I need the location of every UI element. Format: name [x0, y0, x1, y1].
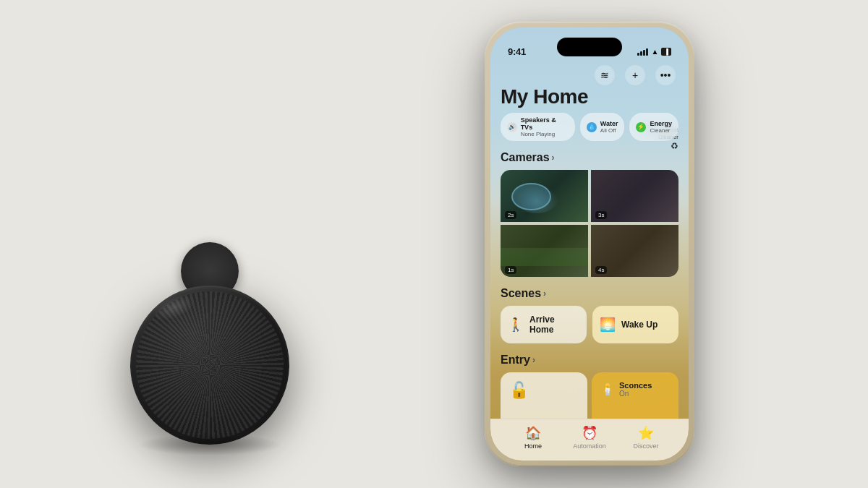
homepod-body — [130, 286, 289, 445]
top-controls: ≋ + ••• — [490, 65, 689, 85]
tab-discover[interactable]: ⭐ Discover — [618, 425, 674, 450]
scenes-section-header[interactable]: Scenes › — [501, 287, 678, 300]
water-label: Water — [600, 120, 618, 127]
scenes-label: Scenes — [501, 287, 541, 300]
water-button[interactable]: 💧 Water All Off — [580, 113, 625, 141]
speakers-sub: None Playing — [521, 131, 569, 137]
iphone: 9:41 ▲ ▐ ≋ + — [485, 22, 694, 466]
front-door-icon: 🔓 — [509, 381, 579, 400]
page-title: My Home — [501, 85, 678, 108]
automation-tab-icon: ⏰ — [582, 425, 597, 441]
home-tab-label: Home — [524, 442, 542, 450]
entry-section-header[interactable]: Entry › — [501, 354, 678, 367]
more-icon: ••• — [660, 69, 671, 81]
discover-tab-icon: ⭐ — [638, 425, 654, 441]
tab-home[interactable]: 🏠 Home — [505, 425, 561, 450]
more-button[interactable]: ••• — [655, 65, 676, 85]
iphone-screen: 9:41 ▲ ▐ ≋ + — [490, 27, 689, 461]
arrive-home-label: Arrive Home — [529, 314, 579, 335]
cameras-section-header[interactable]: Cameras › — [501, 151, 678, 164]
scenes-row: 🚶 Arrive Home 🌅 Wake Up — [501, 306, 678, 343]
sconces-icon: 🕯️ — [600, 382, 615, 396]
waveform-button[interactable]: ≋ — [595, 65, 615, 85]
camera-cell-3[interactable] — [501, 225, 588, 277]
homepod — [116, 228, 304, 445]
energy-text: Energy Cleaner — [650, 120, 672, 134]
battery-icon: ▐ — [661, 48, 671, 56]
energy-label: Energy — [650, 120, 672, 127]
add-icon: + — [632, 69, 638, 81]
tab-automation[interactable]: ⏰ Automation — [561, 425, 618, 450]
wake-up-button[interactable]: 🌅 Wake Up — [592, 306, 678, 343]
speakers-icon: 🔊 — [507, 122, 517, 132]
energy-sub: Cleaner — [650, 127, 672, 134]
water-icon: 💧 — [587, 122, 597, 132]
automation-tab-label: Automation — [573, 442, 606, 450]
speakers-tv-button[interactable]: 🔊 Speakers & TVs None Playing — [501, 113, 575, 141]
wake-up-icon: 🌅 — [600, 317, 616, 333]
cameras-label: Cameras — [501, 151, 550, 164]
signal-bar-4 — [646, 48, 648, 56]
scenes-chevron-icon: › — [543, 288, 546, 299]
status-time: 9:41 — [508, 46, 526, 57]
wake-up-label: Wake Up — [621, 320, 658, 330]
dynamic-island — [557, 38, 622, 56]
discover-tab-label: Discover — [633, 442, 658, 450]
cameras-chevron-icon: › — [552, 153, 555, 163]
camera-cell-4[interactable] — [591, 225, 678, 277]
camera-grid — [501, 170, 678, 277]
entry-grid: 🔓 Front Door 🕯️ Sconces On — [501, 372, 678, 419]
arrive-home-button[interactable]: 🚶 Arrive Home — [501, 306, 587, 343]
entry-label: Entry — [501, 354, 530, 367]
signal-bar-3 — [643, 50, 645, 56]
speakers-text: Speakers & TVs None Playing — [521, 116, 569, 137]
energy-button[interactable]: ⚡ Energy Cleaner — [629, 113, 678, 141]
waveform-icon: ≋ — [600, 69, 609, 81]
sconces-label: Sconces — [619, 381, 652, 390]
speakers-label: Speakers & TVs — [521, 116, 569, 131]
tab-bar: 🏠 Home ⏰ Automation ⭐ Discover — [490, 419, 689, 461]
camera-cell-2[interactable] — [591, 170, 678, 222]
camera-cell-1[interactable] — [501, 170, 588, 222]
home-tab-icon: 🏠 — [525, 425, 541, 441]
add-button[interactable]: + — [625, 65, 645, 85]
arrive-home-icon: 🚶 — [508, 317, 524, 333]
pool-visual — [511, 183, 551, 210]
quick-buttons-row: 🔊 Speakers & TVs None Playing 💧 Water Al… — [501, 113, 678, 141]
homepod-shadow — [137, 434, 282, 455]
signal-bars — [637, 47, 648, 56]
scene: 9:41 ▲ ▐ ≋ + — [0, 0, 868, 488]
signal-bar-1 — [637, 53, 639, 56]
content-area: My Home Grid Forecast Cleaner ♻ 🔊 Speake… — [490, 65, 689, 419]
water-text: Water All Off — [600, 120, 618, 134]
sconces-sub: On — [619, 390, 652, 398]
energy-icon: ⚡ — [636, 122, 646, 132]
front-door-card[interactable]: 🔓 Front Door — [501, 372, 587, 419]
entry-chevron-icon: › — [532, 355, 535, 365]
wifi-icon: ▲ — [651, 48, 658, 56]
status-icons: ▲ ▐ — [637, 47, 671, 56]
signal-bar-2 — [640, 51, 642, 56]
water-sub: All Off — [600, 127, 618, 134]
sconces-card[interactable]: 🕯️ Sconces On — [592, 372, 678, 419]
grid-icon: ♻ — [671, 141, 678, 151]
